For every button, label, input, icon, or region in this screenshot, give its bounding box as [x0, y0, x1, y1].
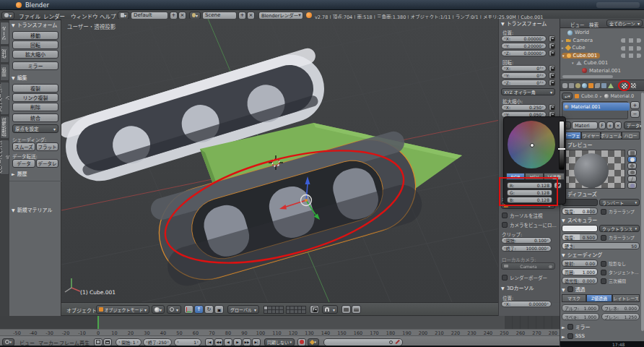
current-frame-line[interactable] [97, 316, 99, 329]
jump-to-end-button[interactable]: ▶| [252, 338, 261, 346]
specular-alpha-slider[interactable]: スペキ:1.000 [562, 313, 599, 320]
preview-monkey-button[interactable] [627, 169, 637, 176]
outliner-display-dropdown[interactable]: 全てのシーン▾ [606, 20, 643, 27]
keying-set-field[interactable] [323, 338, 403, 346]
unlink-material-button[interactable]: × [614, 121, 622, 129]
object-tab[interactable] [588, 83, 593, 88]
expand-icon[interactable]: ▾ [572, 61, 574, 65]
rotation-y-lock[interactable] [549, 72, 555, 79]
screen-layout-icon-button[interactable]: ▾ [118, 12, 129, 20]
scale-manipulator-button[interactable]: ▣ [214, 305, 224, 314]
rotation-z-field[interactable]: ‹Z:0°› [501, 80, 547, 86]
checkbox-icon[interactable] [601, 278, 606, 284]
viewport-shading-dropdown[interactable]: ▾ [152, 305, 165, 314]
screen-layout-field[interactable]: Default [131, 12, 168, 20]
checkbox-icon[interactable] [601, 209, 606, 215]
scale-x-lock[interactable] [549, 104, 555, 111]
expand-icon[interactable]: ▸ [562, 46, 564, 50]
properties-vscrollbar[interactable] [641, 93, 644, 331]
expand-icon[interactable]: ▾ [562, 53, 565, 58]
auto-keyframe-button[interactable] [297, 338, 306, 346]
rotate-button[interactable]: 回転 [12, 40, 58, 49]
transparency-tab-raytrace[interactable]: レイトレース [612, 294, 640, 302]
specular-panel-header[interactable]: ▼スペキュラー [562, 216, 597, 223]
ambient-slider[interactable]: 周囲:1.000 [562, 268, 598, 275]
type-tab-halo[interactable]: ハロー [622, 132, 640, 140]
emit-slider[interactable]: 放射:0.00 [562, 260, 598, 267]
material-slot-active[interactable]: Material.001 [563, 103, 630, 111]
scale-button[interactable]: 拡大縮小 [12, 50, 58, 59]
panel-header-last-operator[interactable]: ▼新規マテリアル [12, 206, 53, 213]
render-opengl-button[interactable] [341, 305, 351, 314]
constraints-tab[interactable] [595, 83, 600, 88]
play-button[interactable]: ▶ [233, 338, 242, 346]
frame-start-field[interactable]: ‹開始:1› [116, 338, 142, 346]
outliner-item-material001[interactable]: Material.001 [582, 68, 621, 74]
mirror-panel-header[interactable]: ► ミラー [562, 323, 591, 330]
transparency-tab-mask[interactable]: マスク [562, 294, 586, 302]
mirror-checkbox[interactable] [567, 324, 573, 330]
breadcrumb-back-button[interactable]: ↩▾ [562, 93, 573, 100]
rotate-manipulator-button[interactable]: ↻ [204, 305, 214, 314]
preview-world-button[interactable] [627, 182, 637, 189]
checkbox-icon[interactable] [502, 222, 508, 228]
editor-type-button[interactable]: ▾ [1, 12, 14, 20]
sync-mode-dropdown[interactable]: 同期しない▾ [264, 338, 295, 346]
rotation-mode-dropdown[interactable]: XYZ オイラー角▾ [501, 88, 555, 95]
render-layers-tab[interactable] [569, 83, 574, 88]
sss-panel-header[interactable]: ► SSS [562, 333, 585, 339]
object-menu[interactable]: オブジェクト [66, 307, 97, 314]
specular-shader-dropdown[interactable]: クックトランス▾ [599, 225, 640, 232]
snap-dropdown[interactable]: ▾ [322, 305, 338, 314]
panel-header-edit[interactable]: ▼編集 [12, 74, 27, 81]
cursor-x-field[interactable]: ‹X:0.00000› [501, 301, 552, 307]
shading-panel-header[interactable]: ▼シェーディング [562, 251, 602, 258]
outliner-item-cube001-data[interactable]: ▾ Cube.001 [572, 60, 608, 66]
alpha-slider[interactable]: アルフ:1.000 [562, 304, 599, 312]
diffuse-color-swatch[interactable] [562, 199, 598, 206]
rotation-y-field[interactable]: ‹Y:0°› [501, 72, 547, 79]
pivot-dropdown[interactable]: ▾ [167, 305, 181, 314]
layers-grid-right[interactable] [286, 306, 306, 314]
specular-intensity-slider[interactable]: 強度:0.500 [562, 234, 598, 241]
shelf-tab-tools[interactable]: ツール [0, 22, 9, 45]
shelf-tab-relations[interactable]: 関係 [0, 64, 9, 81]
frame-lock-button[interactable] [103, 338, 112, 346]
shelf-tab-create[interactable]: 作成 [0, 46, 9, 63]
preview-range-button[interactable] [94, 338, 103, 346]
location-z-lock[interactable] [549, 50, 555, 56]
shadeless-toggle[interactable]: 陰影なし [601, 260, 626, 267]
panel-header-transform[interactable]: ▼トランスフォーム [12, 21, 57, 28]
frame-end-field[interactable]: ‹終了:250› [143, 338, 172, 346]
modifiers-tab[interactable] [601, 83, 606, 88]
set-origin-dropdown[interactable]: 原点を設定▾ [12, 124, 58, 133]
texture-tab[interactable] [631, 83, 636, 88]
shelf-tab-animation[interactable]: アニメーション [0, 82, 9, 115]
delete-button[interactable]: 削除 [12, 103, 58, 111]
material-link-dropdown[interactable]: データ▾ [624, 121, 643, 129]
manipulator-toggle-button[interactable] [184, 305, 193, 314]
outliner-search-menu[interactable]: 検索 [589, 21, 599, 28]
tangent-toggle[interactable]: タンジェント... [601, 269, 639, 275]
diffuse-intensity-slider[interactable]: 強度:0.800 [562, 207, 598, 215]
layout-add-button[interactable]: + [170, 12, 178, 20]
outliner-item-camera[interactable]: ▸ Camera [562, 38, 593, 43]
location-z-field[interactable]: ‹Z:0.00000› [501, 50, 547, 56]
play-reverse-button[interactable]: ◀ [224, 338, 232, 346]
clip-start-field[interactable]: ‹開始:0.100› [501, 237, 552, 244]
shelf-tab-grease-pencil[interactable]: グリースペンシル [0, 140, 9, 175]
blend-field[interactable]: ブレン:1.250 [601, 313, 640, 320]
active-layer-cell[interactable] [264, 307, 267, 309]
mirror-button[interactable]: ミラー [12, 61, 58, 70]
duplicate-button[interactable]: 複製 [12, 84, 58, 93]
type-tab-volume[interactable]: ボリューム [601, 132, 622, 140]
join-button[interactable]: 統合 [12, 113, 58, 122]
location-y-field[interactable]: ‹Y:0.20000› [501, 43, 547, 49]
shade-smooth-button[interactable]: スムーズ [12, 142, 35, 151]
duplicate-linked-button[interactable]: リンク複製 [12, 93, 58, 102]
breadcrumb-object[interactable]: Cube.0 [581, 93, 598, 99]
scene-field[interactable]: Scene [202, 12, 237, 20]
jump-to-start-button[interactable]: |◀ [205, 338, 214, 346]
jump-next-keyframe-button[interactable]: ▶▶ [243, 338, 251, 346]
diffuse-panel-header[interactable]: ▼ディフューズ [562, 190, 597, 197]
